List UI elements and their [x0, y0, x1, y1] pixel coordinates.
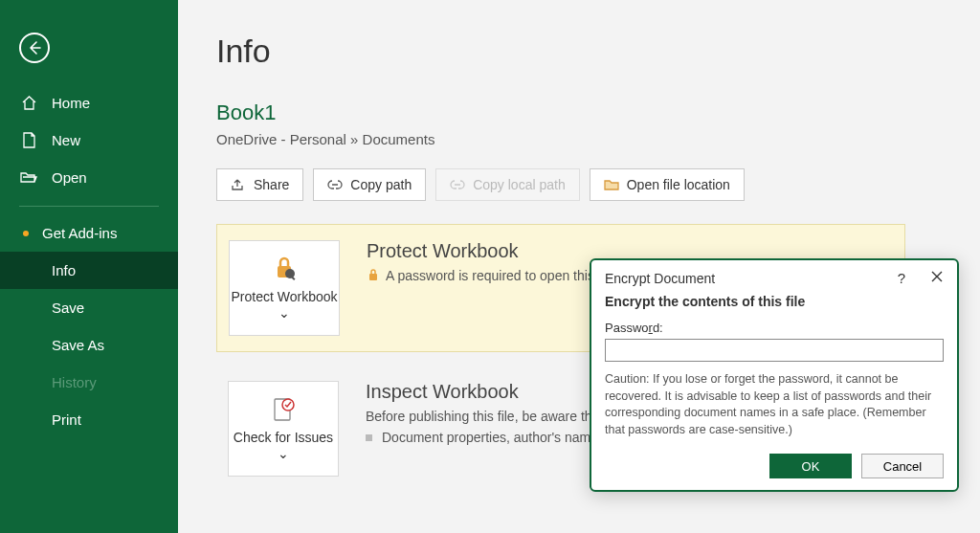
- protect-workbook-button[interactable]: Protect Workbook ⌄: [229, 240, 340, 336]
- breadcrumb[interactable]: OneDrive - Personal » Documents: [216, 131, 980, 147]
- ok-button[interactable]: OK: [769, 454, 852, 478]
- sidebar-item-new[interactable]: New: [0, 122, 178, 159]
- copy-path-button[interactable]: Copy path: [313, 168, 426, 201]
- addins-dot-icon: [23, 231, 29, 236]
- chevron-down-icon: ⌄: [278, 305, 290, 321]
- button-label: Copy local path: [473, 177, 566, 192]
- sidebar-item-label: History: [52, 374, 97, 390]
- svg-rect-6: [369, 274, 377, 280]
- sidebar-divider: [19, 206, 159, 207]
- copy-local-path-button: Copy local path: [435, 168, 580, 201]
- new-icon: [19, 132, 38, 148]
- password-input[interactable]: [605, 339, 944, 362]
- document-check-icon: [269, 395, 298, 424]
- caution-text: Caution: If you lose or forget the passw…: [605, 371, 944, 438]
- share-icon: [231, 178, 246, 191]
- share-button[interactable]: Share: [216, 168, 303, 201]
- link-icon: [450, 179, 465, 190]
- sidebar-item-save[interactable]: Save: [0, 289, 178, 326]
- dialog-title: Encrypt Document: [605, 271, 715, 286]
- sidebar-item-label: Print: [52, 411, 81, 428]
- dialog-help-button[interactable]: ?: [898, 270, 905, 286]
- button-label: Open file location: [627, 177, 730, 192]
- sidebar-item-history: History: [0, 364, 178, 401]
- back-button[interactable]: [19, 33, 50, 63]
- button-label: Share: [254, 177, 289, 192]
- open-file-location-button[interactable]: Open file location: [590, 168, 745, 201]
- chevron-down-icon: ⌄: [278, 446, 289, 461]
- sidebar-item-get-addins[interactable]: Get Add-ins: [0, 214, 178, 252]
- sidebar-item-label: Get Add-ins: [42, 225, 117, 241]
- page-title: Info: [216, 33, 980, 70]
- encrypt-document-dialog: Encrypt Document ? Encrypt the contents …: [590, 258, 959, 492]
- sidebar-item-home[interactable]: Home: [0, 84, 178, 122]
- sidebar-item-label: Home: [52, 95, 90, 111]
- backstage-sidebar: Home New Open Get Add-ins Info Save Save…: [0, 0, 178, 533]
- sidebar-item-info[interactable]: Info: [0, 252, 178, 289]
- close-icon: [930, 270, 944, 283]
- sidebar-item-label: Save As: [52, 337, 104, 353]
- button-label: Copy path: [350, 177, 412, 192]
- home-icon: [19, 95, 38, 111]
- check-for-issues-button[interactable]: Check for Issues ⌄: [228, 381, 339, 477]
- dialog-heading: Encrypt the contents of this file: [605, 294, 944, 309]
- sidebar-item-save-as[interactable]: Save As: [0, 326, 178, 364]
- sidebar-item-label: Open: [52, 169, 87, 186]
- password-label: Password:: [605, 321, 944, 335]
- dialog-close-button[interactable]: [930, 270, 944, 286]
- lock-icon: [270, 255, 299, 283]
- open-icon: [19, 170, 38, 185]
- sidebar-item-label: Save: [52, 300, 84, 316]
- back-arrow-icon: [27, 40, 42, 56]
- button-label: Protect Workbook ⌄: [230, 289, 339, 322]
- lock-small-icon: [367, 269, 380, 282]
- folder-icon: [604, 179, 619, 191]
- sidebar-item-print[interactable]: Print: [0, 401, 178, 438]
- button-label: Check for Issues ⌄: [229, 430, 338, 462]
- sidebar-item-label: Info: [52, 262, 76, 278]
- cancel-button[interactable]: Cancel: [861, 454, 944, 478]
- link-icon: [327, 179, 343, 190]
- action-row: Share Copy path Copy local path Open fil…: [216, 168, 980, 201]
- bullet-icon: [366, 434, 372, 441]
- sidebar-item-label: New: [52, 132, 80, 148]
- file-name: Book1: [216, 100, 980, 125]
- sidebar-item-open[interactable]: Open: [0, 159, 178, 196]
